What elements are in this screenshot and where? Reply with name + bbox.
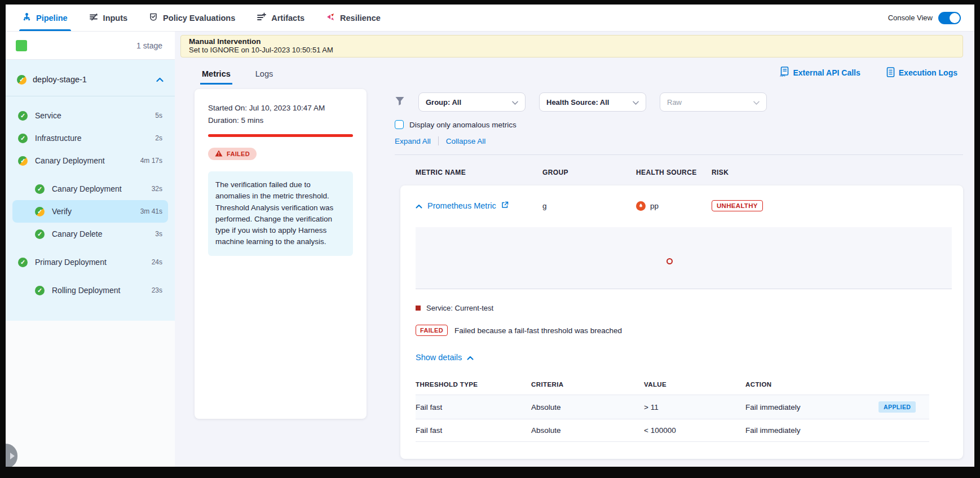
nav-tab-label: Inputs (103, 14, 128, 23)
column-header-threshold-type: THRESHOLD TYPE (416, 381, 531, 388)
legend-label: Service: Current-test (426, 304, 493, 312)
divider (438, 136, 439, 145)
warning-check-icon: ✓ (18, 156, 28, 166)
collapse-all-link[interactable]: Collapse All (446, 137, 486, 145)
check-circle-icon: ✓ (35, 229, 45, 239)
prometheus-icon (636, 201, 646, 211)
metric-row: Prometheus Metric g pp (416, 200, 952, 211)
chart-data-point (666, 258, 673, 264)
nav-tab-label: Pipeline (36, 14, 68, 23)
chevron-down-icon (633, 98, 639, 107)
step-duration: 23s (152, 286, 162, 294)
external-api-calls-link[interactable]: API External API Calls (780, 67, 860, 79)
step-label: Primary Deployment (35, 258, 107, 267)
failure-reason-row: FAILED Failed because a fail-fast thresh… (416, 325, 952, 336)
tab-metrics[interactable]: Metrics (200, 69, 232, 85)
column-header-risk: RISK (712, 169, 963, 176)
filter-funnel-icon[interactable] (395, 96, 405, 108)
step-label: Service (35, 111, 61, 120)
stage-panel: ✓ deploy-stage-1 ✓ Service 5s ✓ Inf (6, 60, 175, 321)
nav-tab-pipeline[interactable]: Pipeline (23, 5, 68, 31)
expand-all-link[interactable]: Expand All (395, 137, 431, 145)
tab-logs[interactable]: Logs (254, 69, 275, 85)
raw-view-dropdown[interactable]: Raw (660, 92, 767, 112)
step-canary-deployment-group[interactable]: ✓ Canary Deployment 4m 17s (6, 149, 175, 172)
chevron-down-icon (512, 98, 518, 107)
threshold-value: > 11 (644, 403, 745, 411)
nav-tab-artifacts[interactable]: Artifacts (257, 5, 304, 31)
shield-check-icon (149, 12, 158, 23)
main-content: Manual Intervention Set to IGNORE on 10-… (175, 32, 974, 467)
thresholds-table: THRESHOLD TYPE CRITERIA VALUE ACTION Fai… (416, 377, 929, 442)
external-link-icon[interactable] (501, 201, 509, 211)
failed-badge: FAILED (416, 325, 448, 336)
check-circle-icon: ✓ (18, 111, 28, 121)
metric-name-link[interactable]: Prometheus Metric (427, 201, 496, 210)
inputs-icon (89, 12, 98, 23)
execution-logs-link[interactable]: Execution Logs (886, 67, 957, 79)
group-filter-dropdown[interactable]: Group: All (418, 92, 526, 112)
stage-summary: 1 stage (6, 32, 175, 60)
show-details-link[interactable]: Show details (416, 353, 952, 362)
health-source-filter-dropdown[interactable]: Health Source: All (539, 92, 646, 112)
step-duration: 3s (155, 230, 162, 238)
column-header-action: ACTION (745, 381, 879, 388)
step-verify[interactable]: ✓ Verify 3m 41s (12, 200, 168, 223)
filter-row: Group: All Health Source: All (395, 92, 963, 112)
step-label: Canary Delete (52, 229, 103, 238)
step-infrastructure[interactable]: ✓ Infrastructure 2s (6, 127, 175, 149)
check-circle-icon: ✓ (35, 184, 45, 194)
nav-tab-label: Policy Evaluations (163, 14, 235, 23)
step-canary-delete[interactable]: ✓ Canary Delete 3s (6, 223, 175, 245)
nav-tab-policy-evaluations[interactable]: Policy Evaluations (149, 5, 235, 31)
threshold-criteria: Absolute (531, 403, 644, 411)
nav-tab-resilience[interactable]: Resilience (326, 5, 381, 31)
step-canary-deployment[interactable]: ✓ Canary Deployment 32s (6, 178, 175, 200)
anomalous-metrics-checkbox[interactable] (395, 120, 404, 129)
execution-summary-card: Started On: Jul 10, 2023 10:47 AM Durati… (195, 89, 367, 419)
metric-group: g (542, 202, 636, 210)
checkbox-label: Display only anomalous metrics (409, 121, 517, 129)
console-view-toggle[interactable] (938, 12, 961, 24)
step-service[interactable]: ✓ Service 5s (6, 104, 175, 127)
anomalous-filter-row: Display only anomalous metrics (395, 120, 963, 129)
artifacts-icon (257, 12, 266, 23)
stage-header[interactable]: ✓ deploy-stage-1 (6, 60, 175, 96)
step-primary-deployment[interactable]: ✓ Primary Deployment 24s (6, 251, 175, 273)
check-circle-icon: ✓ (35, 286, 45, 295)
chevron-up-icon[interactable] (156, 74, 164, 85)
step-duration: 2s (155, 134, 162, 142)
svg-text:API: API (780, 74, 785, 77)
nav-tabs: Pipeline Inputs Policy Evaluations Artif… (23, 5, 381, 31)
column-header-group: GROUP (542, 169, 636, 176)
step-rolling-deployment[interactable]: ✓ Rolling Deployment 23s (6, 279, 175, 302)
health-source-name: pp (650, 202, 659, 210)
column-header-health-source: HEALTH SOURCE (636, 169, 712, 176)
nav-tab-label: Resilience (340, 14, 381, 23)
collapse-chevron-up-icon[interactable] (416, 201, 422, 211)
column-header-criteria: CRITERIA (531, 381, 644, 388)
failed-status-badge: FAILED (208, 148, 257, 160)
pipeline-icon (23, 12, 31, 23)
threshold-type: Fail fast (416, 403, 531, 411)
nav-tab-inputs[interactable]: Inputs (89, 5, 128, 31)
document-icon (886, 67, 895, 79)
nav-tab-label: Artifacts (271, 14, 304, 23)
step-duration: 24s (152, 258, 162, 266)
app-window: Pipeline Inputs Policy Evaluations Artif… (6, 5, 974, 467)
banner-title: Manual Intervention (189, 37, 955, 46)
steps-list: ✓ Service 5s ✓ Infrastructure 2s ✓ Canar… (6, 96, 175, 302)
step-label: Verify (52, 207, 72, 216)
link-label: External API Calls (793, 68, 860, 77)
thresholds-header-row: THRESHOLD TYPE CRITERIA VALUE ACTION (416, 377, 929, 395)
threshold-row: Fail fast Absolute > 11 Fail immediately… (416, 395, 929, 419)
stage-count: 1 stage (136, 41, 162, 50)
metric-chart (416, 227, 952, 289)
resilience-icon (326, 12, 335, 23)
manual-intervention-banner: Manual Intervention Set to IGNORE on 10-… (180, 35, 963, 57)
chevron-down-icon (753, 98, 760, 107)
detail-tabs: Metrics Logs API External API Calls Exec… (180, 64, 963, 85)
threshold-row: Fail fast Absolute < 100000 Fail immedia… (416, 419, 929, 442)
api-document-icon: API (780, 67, 789, 79)
applied-badge: APPLIED (879, 401, 916, 413)
